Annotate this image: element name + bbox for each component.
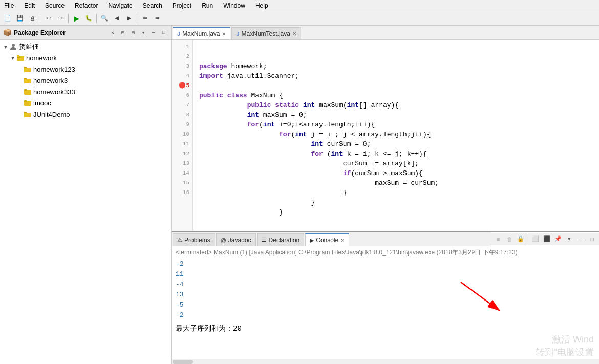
sidebar-collapse-icon[interactable]: ⊞ xyxy=(129,29,137,37)
tab-close-maxnum[interactable]: ✕ xyxy=(222,31,226,37)
tree-icon-folder xyxy=(24,88,32,96)
svg-rect-5 xyxy=(24,67,27,68)
svg-rect-7 xyxy=(24,78,27,79)
toolbar-sep-2 xyxy=(68,14,69,23)
line-number-15: 15 xyxy=(172,178,189,188)
tree-label: homework xyxy=(26,54,57,62)
bottom-scroll[interactable] xyxy=(172,359,599,364)
code-line-11: curSum += array[k]; xyxy=(199,159,599,168)
console-clear-btn[interactable]: 🗑 xyxy=(504,234,515,244)
console-stop-btn[interactable]: ■ xyxy=(493,234,503,244)
bottom-sep xyxy=(528,234,528,244)
tab-problems[interactable]: ⚠ Problems xyxy=(173,233,215,246)
tree-item-junit4demo[interactable]: JUnit4Demo xyxy=(0,109,171,120)
declaration-icon: ☰ xyxy=(262,237,267,243)
svg-rect-12 xyxy=(24,113,31,117)
console-max-btn[interactable]: □ xyxy=(587,234,597,244)
tab-close-maxnumtest[interactable]: ✕ xyxy=(292,31,296,36)
search-btn[interactable]: 🔍 xyxy=(99,13,110,24)
tree-item-homework3[interactable]: homework3 xyxy=(0,75,171,86)
print-btn[interactable]: 🖨 xyxy=(27,13,38,24)
code-line-15: } xyxy=(199,198,599,207)
bottom-scroll-bar[interactable] xyxy=(173,360,193,364)
debug-btn[interactable]: 🐛 xyxy=(83,13,94,24)
sidebar-close-icon[interactable]: ✕ xyxy=(109,29,117,37)
undo-btn[interactable]: ↩ xyxy=(42,13,54,24)
sidebar-options-icon[interactable]: ▾ xyxy=(139,29,147,37)
line-number-5: 🔴5 xyxy=(172,81,189,91)
new-btn[interactable]: 📄 xyxy=(2,13,13,24)
tree-icon-folder-open xyxy=(16,54,25,62)
code-line-2: import java.util.Scanner; xyxy=(199,71,599,81)
menu-window[interactable]: Window xyxy=(221,1,247,10)
console-tab-close[interactable]: ✕ xyxy=(340,238,345,243)
console-options-btn[interactable]: ▾ xyxy=(564,234,574,244)
svg-rect-4 xyxy=(24,68,31,72)
console-output-line-3: 13 xyxy=(176,290,595,300)
tree-icon-folder xyxy=(24,65,32,73)
console-output-line-4: -5 xyxy=(176,300,595,310)
tab-label-maxnum: MaxNum.java xyxy=(182,30,220,37)
tree-label: imooc xyxy=(33,99,51,107)
code-line-3 xyxy=(199,81,599,91)
sidebar-menu-icon[interactable]: ⊟ xyxy=(119,29,127,37)
console-scroll-lock-btn[interactable]: 🔒 xyxy=(516,234,526,244)
line-number-12: 12 xyxy=(172,149,189,159)
code-content[interactable]: package homework;import java.util.Scanne… xyxy=(193,40,599,231)
code-line-14: } xyxy=(199,188,599,198)
svg-rect-9 xyxy=(24,89,27,91)
tree-item-homework123[interactable]: homework123 xyxy=(0,63,171,75)
java-file-icon: J xyxy=(177,31,180,37)
code-line-16: } xyxy=(199,207,599,217)
line-number-13: 13 xyxy=(172,159,189,168)
tab-label-problems: Problems xyxy=(184,237,210,244)
svg-rect-13 xyxy=(24,112,27,113)
save-btn[interactable]: 💾 xyxy=(14,13,26,24)
tree-item-贺延佃[interactable]: ▼贺延佃 xyxy=(0,41,171,52)
console-min-btn[interactable]: — xyxy=(575,234,586,244)
next-btn[interactable]: ▶ xyxy=(123,13,135,24)
line-number-6: 6 xyxy=(172,91,189,100)
tab-console[interactable]: ▶ Console ✕ xyxy=(305,233,349,246)
redo-btn[interactable]: ↪ xyxy=(55,13,66,24)
sidebar-max-icon[interactable]: □ xyxy=(160,29,168,37)
console-icon: ▶ xyxy=(310,237,314,244)
code-line-6: int maxSum = 0; xyxy=(199,110,599,120)
menu-refactor[interactable]: Refactor xyxy=(73,1,100,10)
tab-maxnum-test[interactable]: J MaxNumTest.java ✕ xyxy=(231,27,301,39)
tab-maxnum-java[interactable]: J MaxNum.java ✕ xyxy=(173,27,230,39)
code-line-5: public static int maxSum(int[] array){ xyxy=(199,100,599,110)
tree-icon-folder xyxy=(24,110,32,118)
menu-search[interactable]: Search xyxy=(141,1,164,10)
menu-navigate[interactable]: Navigate xyxy=(106,1,134,10)
menu-file[interactable]: File xyxy=(2,1,16,10)
menu-source[interactable]: Source xyxy=(43,1,67,10)
menu-edit[interactable]: Edit xyxy=(22,1,37,10)
back-btn[interactable]: ⬅ xyxy=(139,13,151,24)
line-number-4: 4 xyxy=(172,71,189,81)
problems-icon: ⚠ xyxy=(177,237,182,243)
menu-bar: File Edit Source Refactor Navigate Searc… xyxy=(0,0,599,11)
menu-run[interactable]: Run xyxy=(200,1,215,10)
tree-label: JUnit4Demo xyxy=(33,111,70,118)
menu-project[interactable]: Project xyxy=(170,1,194,10)
console-result: 最大子序列和为：20 xyxy=(176,323,595,335)
tree-item-homework333[interactable]: homework333 xyxy=(0,86,171,97)
console-layout-btn1[interactable]: ⬜ xyxy=(530,234,541,244)
sidebar-min-icon[interactable]: — xyxy=(149,29,158,37)
console-pin-btn[interactable]: 📌 xyxy=(553,234,563,244)
main-area: 📦 Package Explorer ✕ ⊟ ⊞ ▾ — □ ▼贺延佃▼home… xyxy=(0,26,599,364)
console-layout-btn2[interactable]: ⬛ xyxy=(542,234,552,244)
tab-javadoc[interactable]: @ Javadoc xyxy=(216,233,256,246)
menu-help[interactable]: Help xyxy=(253,1,270,10)
svg-rect-8 xyxy=(24,90,31,95)
forward-btn[interactable]: ➡ xyxy=(152,13,163,24)
tree-item-imooc[interactable]: imooc xyxy=(0,97,171,109)
run-btn[interactable]: ▶ xyxy=(71,13,82,24)
code-line-7: for(int i=0;i<array.length;i++){ xyxy=(199,120,599,130)
sidebar: 📦 Package Explorer ✕ ⊟ ⊞ ▾ — □ ▼贺延佃▼home… xyxy=(0,26,172,364)
prev-btn[interactable]: ◀ xyxy=(111,13,122,24)
tab-declaration[interactable]: ☰ Declaration xyxy=(257,233,305,246)
code-editor: 1234🔴5678910111213141516 package homewor… xyxy=(172,40,599,231)
tree-item-homework[interactable]: ▼homework xyxy=(0,52,171,63)
